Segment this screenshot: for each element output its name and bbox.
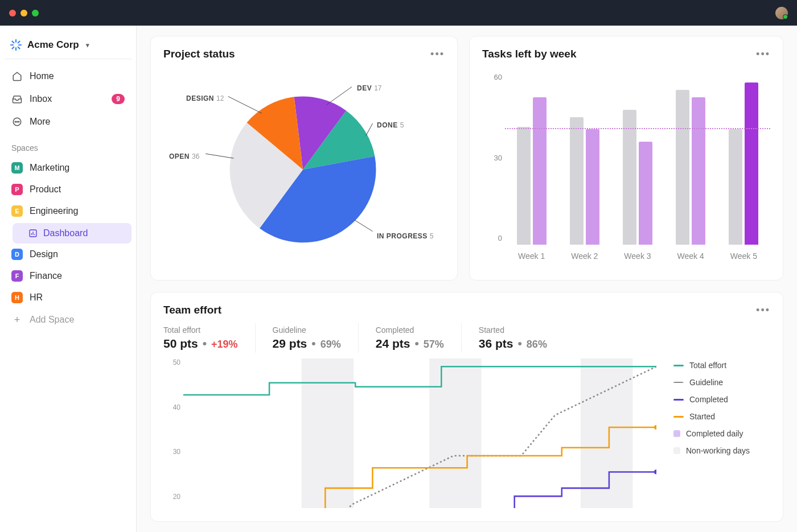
inbox-icon (11, 93, 23, 105)
card-title: Tasks left by week (482, 48, 576, 60)
metric-started: Started 36 pts • 86% (479, 323, 564, 353)
add-space-label: Add Space (30, 315, 74, 325)
x-label: Week 4 (677, 251, 704, 261)
chevron-down-icon: ▾ (86, 42, 89, 49)
add-space-button[interactable]: + Add Space (5, 308, 132, 331)
plus-icon: + (11, 314, 23, 325)
nav-home[interactable]: Home (5, 65, 132, 88)
space-badge-icon: E (11, 205, 23, 217)
metric-label: Total effort (163, 325, 238, 335)
card-menu-button[interactable]: ••• (756, 49, 770, 59)
space-badge-icon: D (11, 249, 23, 260)
metric-total-effort: Total effort 50 pts • +19% (163, 323, 256, 353)
space-item-finance[interactable]: FFinance (5, 265, 132, 287)
svg-line-20 (228, 96, 262, 113)
legend-nonworking: Non-working days (673, 446, 770, 455)
svg-rect-21 (302, 358, 354, 508)
org-selector[interactable]: Acme Corp ▾ (5, 35, 132, 55)
svg-rect-23 (581, 358, 632, 508)
legend-label: Completed daily (686, 429, 743, 438)
metric-value: 50 pts (163, 337, 198, 350)
space-item-hr[interactable]: HHR (5, 287, 132, 308)
spaces-section-label: Spaces (5, 133, 132, 157)
bar (623, 110, 636, 245)
maximize-window-icon[interactable] (32, 10, 39, 17)
space-badge-icon: H (11, 292, 23, 303)
card-title: Project status (163, 48, 235, 60)
avatar[interactable] (775, 7, 788, 19)
space-label: Marketing (30, 163, 69, 173)
metric-delta: 57% (424, 339, 444, 350)
svg-line-16 (327, 87, 352, 105)
svg-line-5 (18, 47, 20, 49)
card-project-status: Project status ••• DEV 17DONE 5IN PROGRE… (150, 36, 458, 281)
pie-label: DEV 17 (357, 84, 382, 92)
legend-total-effort: Total effort (673, 361, 770, 370)
svg-point-24 (654, 469, 656, 474)
bar (570, 117, 584, 245)
titlebar (0, 0, 797, 26)
legend-label: Started (689, 412, 715, 421)
metric-completed: Completed 24 pts • 57% (376, 323, 462, 353)
x-label: Week 5 (730, 251, 757, 261)
org-name: Acme Corp (27, 39, 79, 51)
inbox-badge: 9 (112, 94, 125, 104)
metric-guideline: Guideline 29 pts • 69% (273, 323, 359, 353)
effort-legend: Total effort Guideline Completed Started… (673, 358, 770, 506)
bar (692, 97, 705, 245)
space-badge-icon: F (11, 270, 23, 282)
bar-group (517, 73, 547, 245)
svg-point-9 (15, 121, 16, 122)
space-item-engineering[interactable]: EEngineering (5, 200, 132, 222)
legend-completed: Completed (673, 395, 770, 404)
card-menu-button[interactable]: ••• (756, 305, 770, 315)
legend-completed-daily: Completed daily (673, 429, 770, 438)
sidebar-item-dashboard[interactable]: Dashboard (13, 223, 132, 244)
card-menu-button[interactable]: ••• (430, 49, 445, 59)
svg-line-19 (206, 154, 233, 158)
metric-value: 36 pts (479, 337, 513, 350)
nav-inbox-label: Inbox (30, 94, 52, 104)
metric-delta: 69% (321, 339, 341, 350)
space-label: Engineering (30, 206, 78, 216)
legend-label: Completed (689, 395, 728, 404)
x-label: Week 1 (518, 251, 545, 261)
bar (533, 97, 547, 245)
divider (5, 59, 132, 59)
bar-group (676, 73, 705, 245)
metric-label: Started (479, 325, 547, 335)
card-title: Team effort (163, 304, 221, 316)
svg-line-6 (13, 47, 14, 49)
space-item-design[interactable]: DDesign (5, 244, 132, 265)
close-window-icon[interactable] (9, 10, 16, 17)
metric-value: 29 pts (273, 337, 307, 350)
legend-started: Started (673, 412, 770, 421)
pie-label: IN PROGRESS 5 (377, 232, 434, 240)
legend-label: Non-working days (686, 446, 750, 455)
svg-point-10 (17, 121, 18, 122)
metric-label: Completed (376, 325, 444, 335)
pie-label: DESIGN 12 (186, 94, 224, 102)
pie-chart: DEV 17DONE 5IN PROGRESS 5OPEN 36DESIGN 1… (163, 67, 445, 261)
space-item-product[interactable]: PProduct (5, 179, 132, 200)
svg-line-7 (18, 42, 20, 43)
effort-line-chart: 50403020 (163, 358, 656, 506)
svg-line-18 (355, 220, 373, 232)
metric-label: Guideline (273, 325, 341, 335)
bar (729, 129, 742, 245)
nav-more[interactable]: More (5, 110, 132, 133)
org-logo-icon (10, 39, 22, 51)
metric-delta: +19% (211, 339, 238, 350)
minimize-window-icon[interactable] (20, 10, 27, 17)
space-label: Finance (30, 271, 62, 281)
svg-point-11 (18, 121, 19, 122)
dashboard-icon (28, 229, 38, 238)
nav-inbox[interactable]: Inbox 9 (5, 88, 132, 110)
space-item-marketing[interactable]: MMarketing (5, 157, 132, 179)
legend-label: Guideline (689, 378, 723, 387)
bar-group (729, 73, 758, 245)
space-label: Design (30, 249, 58, 259)
main-content: Project status ••• DEV 17DONE 5IN PROGRE… (137, 26, 797, 532)
x-label: Week 3 (624, 251, 651, 261)
svg-line-4 (13, 42, 14, 43)
